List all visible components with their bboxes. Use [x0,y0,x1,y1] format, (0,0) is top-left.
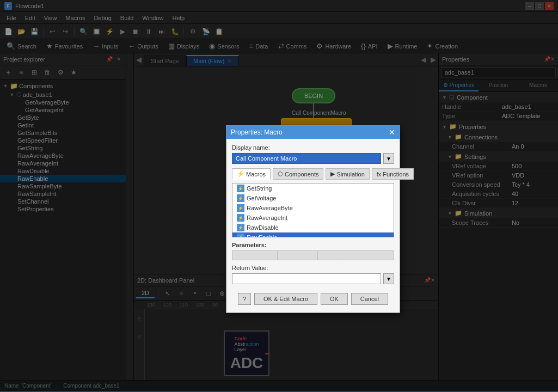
modal-body: Display name: ▼ ⚡ Macros ⬡ Components ▶ … [226,139,400,313]
modal-buttons: ? OK & Edit Macro OK Cancel [232,290,394,307]
list-icon-getstring: ⚡ [237,185,244,192]
modal-macro-list: ⚡ GetString ⚡ GetVoltage ⚡ RawAverageByt… [232,183,394,237]
functions-icon: fx [377,171,382,177]
modal-display-name-label: Display name: [232,144,394,151]
modal-return-row: ▼ [232,273,394,284]
modal-help-button[interactable]: ? [238,293,251,305]
modal-tab-macros[interactable]: ⚡ Macros [232,168,271,180]
modal-display-name-input[interactable] [232,153,381,164]
modal-item-rawdisable[interactable]: ⚡ RawDisable [232,223,394,232]
modal-title: Properties: Macro [231,128,389,136]
list-icon-rawdisable: ⚡ [237,224,244,231]
list-icon-rawenable: ⚡ [237,234,244,237]
macros-icon: ⚡ [237,170,244,177]
params-col-name: Name [232,251,278,260]
modal-dropdown-button[interactable]: ▼ [383,153,394,164]
params-col-type: Type [278,251,317,260]
functions-tab-label: Functions [383,171,409,177]
modal-item-getstring-label: GetString [247,185,272,192]
modal-tab-simulation[interactable]: ▶ Simulation [326,168,369,180]
modal-tab-functions[interactable]: fx Functions [372,168,414,180]
modal-item-rawavgbyte-label: RawAverageByte [247,205,293,211]
modal-return-dropdown[interactable]: ▼ [383,273,394,284]
modal-item-getvoltage[interactable]: ⚡ GetVoltage [232,193,394,203]
list-icon-rawavgint: ⚡ [237,214,244,222]
modal-item-getvoltage-label: GetVoltage [247,195,276,201]
macros-tab-label: Macros [246,171,266,177]
modal-item-rawaveragint[interactable]: ⚡ RawAverageInt [232,213,394,223]
list-icon-getvoltage: ⚡ [237,194,244,202]
modal-cancel-button[interactable]: Cancel [351,293,388,305]
modal-tab-components[interactable]: ⬡ Components [273,168,323,180]
modal-display-name-row: ▼ [232,153,394,164]
modal-item-rawenable[interactable]: ⚡ RawEnable [232,232,394,237]
modal-ok-edit-button[interactable]: OK & Edit Macro [254,293,317,305]
modal-item-rawaveragebyte[interactable]: ⚡ RawAverageByte [232,203,394,213]
params-col-expr: Expression [317,251,394,260]
modal-properties-macro: Properties: Macro ✕ Display name: ▼ ⚡ Ma… [226,125,400,313]
components-icon: ⬡ [278,170,283,177]
list-icon-rawavgbyte: ⚡ [237,204,244,212]
modal-item-rawdisable-label: RawDisable [247,224,279,231]
modal-ok-button[interactable]: OK [321,293,348,305]
modal-params-table: Name Type Expression [232,250,394,260]
modal-item-rawenable-label: RawEnable [247,234,277,237]
simulation-tab-label: Simulation [336,171,364,177]
modal-overlay: Properties: Macro ✕ Display name: ▼ ⚡ Ma… [0,0,558,392]
modal-filter-tabs: ⚡ Macros ⬡ Components ▶ Simulation fx Fu… [232,168,394,180]
simulation-icon: ▶ [330,170,335,177]
modal-close-button[interactable]: ✕ [389,128,395,137]
components-tab-label: Components [285,171,318,177]
modal-return-input[interactable] [232,273,381,284]
modal-item-getstring[interactable]: ⚡ GetString [232,183,394,193]
modal-title-bar: Properties: Macro ✕ [226,126,400,139]
modal-item-rawavgint-label: RawAverageInt [247,215,287,221]
modal-params-header: Parameters: [232,242,394,248]
modal-return-label: Return Value: [232,265,394,271]
